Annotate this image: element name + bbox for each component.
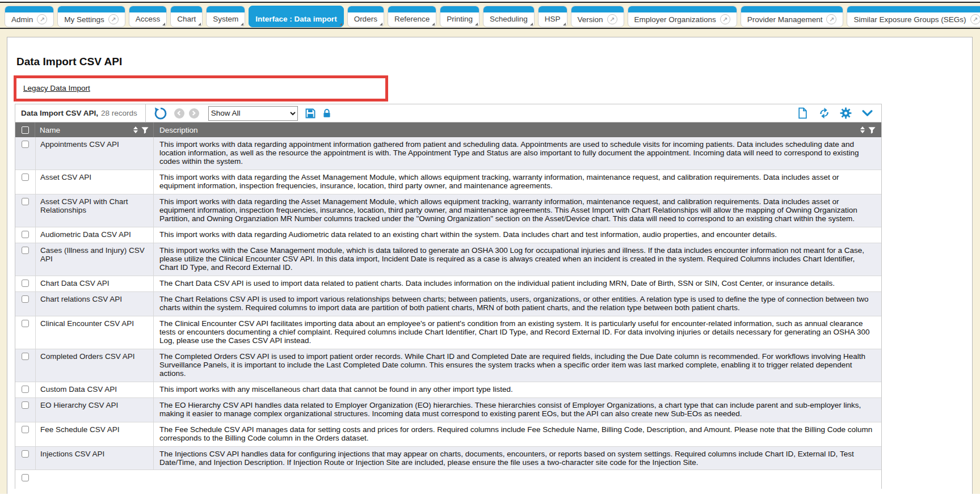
tab-label: Access	[136, 15, 161, 23]
sort-arrows-icon[interactable]	[860, 126, 865, 133]
save-icon[interactable]	[305, 108, 316, 119]
chevron-right-icon[interactable]	[189, 108, 199, 119]
row-checkbox[interactable]	[22, 247, 29, 254]
tab-scheduling[interactable]: Scheduling	[483, 6, 535, 27]
admin-tab-bar: Admin My Settings Access Chart System In…	[0, 3, 980, 29]
tab-hsp[interactable]: HSP	[538, 6, 567, 27]
row-name: Chart relations CSV API	[35, 292, 154, 316]
tab-accent	[129, 6, 167, 12]
new-document-icon[interactable]	[797, 107, 809, 119]
table-row[interactable]: EO Hierarchy CSV API The EO Hierarchy CS…	[15, 398, 881, 422]
row-checkbox[interactable]	[22, 231, 29, 238]
column-header-description-label: Description	[159, 126, 198, 134]
tab-interface-data-import[interactable]: Interface : Data import	[249, 6, 343, 27]
column-header-description[interactable]: Description	[154, 122, 881, 137]
row-checkbox[interactable]	[22, 174, 29, 181]
undo-icon[interactable]	[154, 107, 167, 120]
row-checkbox[interactable]	[22, 386, 29, 393]
tab-chart[interactable]: Chart	[170, 6, 203, 27]
sort-arrows-icon[interactable]	[133, 126, 138, 133]
row-checkbox[interactable]	[22, 401, 29, 409]
row-name: Chart Data CSV API	[35, 276, 154, 291]
external-link-icon[interactable]	[720, 14, 730, 24]
tab-label: Provider Management	[747, 15, 823, 24]
toolbar-right-icons	[797, 107, 881, 119]
tab-provider-management[interactable]: Provider Management	[741, 6, 844, 27]
tab-accent	[847, 6, 980, 12]
table-row[interactable]: Audiometric Data CSV API This import wor…	[15, 227, 881, 243]
tab-my-settings[interactable]: My Settings	[57, 6, 125, 27]
tab-similar-exposure-groups[interactable]: Similar Exposure Groups (SEGs)	[847, 6, 980, 27]
select-all-checkbox-cell[interactable]	[15, 122, 35, 137]
row-checkbox[interactable]	[22, 353, 29, 360]
row-description: This import works with data regarding th…	[154, 194, 881, 227]
table-row[interactable]: Clinical Encounter CSV API The Clinical …	[15, 316, 881, 349]
view-filter-select[interactable]: Show All	[208, 106, 298, 121]
row-name: Clinical Encounter CSV API	[35, 316, 154, 349]
chevron-left-icon[interactable]	[174, 108, 184, 119]
tab-accent	[5, 6, 53, 12]
table-row[interactable]: Appointments CSV API This import works w…	[15, 137, 881, 170]
table-row[interactable]: Completed Orders CSV API The Completed O…	[15, 349, 881, 382]
tab-admin[interactable]: Admin	[5, 6, 54, 27]
row-checkbox[interactable]	[22, 450, 29, 458]
record-count: 28 records	[101, 109, 137, 117]
filter-funnel-icon[interactable]	[141, 126, 149, 134]
table-row[interactable]: Chart Data CSV API The Chart Data CSV AP…	[15, 276, 881, 292]
select-all-checkbox[interactable]	[22, 126, 29, 134]
external-link-icon[interactable]	[970, 14, 980, 24]
column-header-name[interactable]: Name	[35, 122, 154, 137]
external-link-icon[interactable]	[607, 14, 617, 24]
data-import-table: Name Description	[15, 122, 882, 489]
tab-printing[interactable]: Printing	[440, 6, 480, 27]
grid-title-text: Data Import CSV API,	[21, 109, 98, 117]
tab-employer-organizations[interactable]: Employer Organizations	[628, 6, 737, 27]
app-chrome: Admin My Settings Access Chart System In…	[0, 3, 980, 494]
legacy-data-import-link[interactable]: Legacy Data Import	[23, 84, 90, 92]
tab-reference[interactable]: Reference	[388, 6, 436, 27]
row-checkbox[interactable]	[22, 198, 29, 205]
row-name: Custom Data CSV API	[35, 382, 154, 397]
gear-icon[interactable]	[840, 107, 852, 119]
table-row[interactable]: Custom Data CSV API This import works wi…	[15, 382, 881, 398]
table-row[interactable]: Fee Schedule CSV API The Fee Schedule CS…	[15, 422, 881, 447]
row-description: This import works with the Case Manageme…	[154, 243, 881, 276]
chevron-down-icon[interactable]	[861, 107, 873, 119]
tab-orders[interactable]: Orders	[347, 6, 384, 27]
tab-label: Chart	[177, 15, 196, 23]
table-row[interactable]: Asset CSV API This import works with dat…	[15, 170, 881, 194]
tab-label: Reference	[394, 15, 430, 23]
row-description: The EO Hierarchy CSV API handles data re…	[154, 398, 881, 422]
tab-label: Similar Exposure Groups (SEGs)	[853, 15, 966, 24]
external-link-icon[interactable]	[826, 14, 836, 24]
grid-title: Data Import CSV API, 28 records	[15, 104, 146, 122]
row-checkbox[interactable]	[22, 295, 29, 303]
refresh-icon[interactable]	[818, 107, 830, 119]
tab-accent	[348, 6, 384, 12]
external-link-icon[interactable]	[108, 14, 119, 24]
row-description: The Completed Orders CSV API is used to …	[154, 349, 881, 382]
row-checkbox[interactable]	[22, 280, 29, 287]
tab-version[interactable]: Version	[571, 6, 624, 27]
row-name: Injections CSV API	[35, 447, 154, 469]
row-checkbox[interactable]	[22, 426, 29, 433]
row-checkbox[interactable]	[22, 141, 29, 148]
table-row[interactable]: Chart relations CSV API The Chart Relati…	[15, 292, 881, 316]
row-description: The Clinical Encounter CSV API facilitat…	[154, 316, 881, 349]
external-link-icon[interactable]	[37, 14, 47, 24]
tab-access[interactable]: Access	[129, 6, 167, 27]
table-row[interactable]: Cases (Illness and Injury) CSV API This …	[15, 243, 881, 276]
table-row[interactable]: Asset CSV API with Chart Relationships T…	[15, 194, 881, 227]
row-description: This import works with data regarding th…	[154, 170, 881, 194]
tab-system[interactable]: System	[206, 6, 245, 27]
row-checkbox[interactable]	[22, 320, 29, 327]
row-name: Appointments CSV API	[35, 137, 154, 170]
row-checkbox[interactable]	[22, 474, 29, 481]
tab-label: HSP	[545, 15, 561, 23]
filter-funnel-icon[interactable]	[868, 126, 876, 134]
page-title: Data Import CSV API	[16, 56, 972, 68]
lock-icon[interactable]	[322, 108, 332, 119]
table-row[interactable]: Injections CSV API The Injections CSV AP…	[15, 447, 881, 470]
table-row-partial[interactable]	[15, 470, 881, 489]
tab-accent	[440, 6, 479, 12]
